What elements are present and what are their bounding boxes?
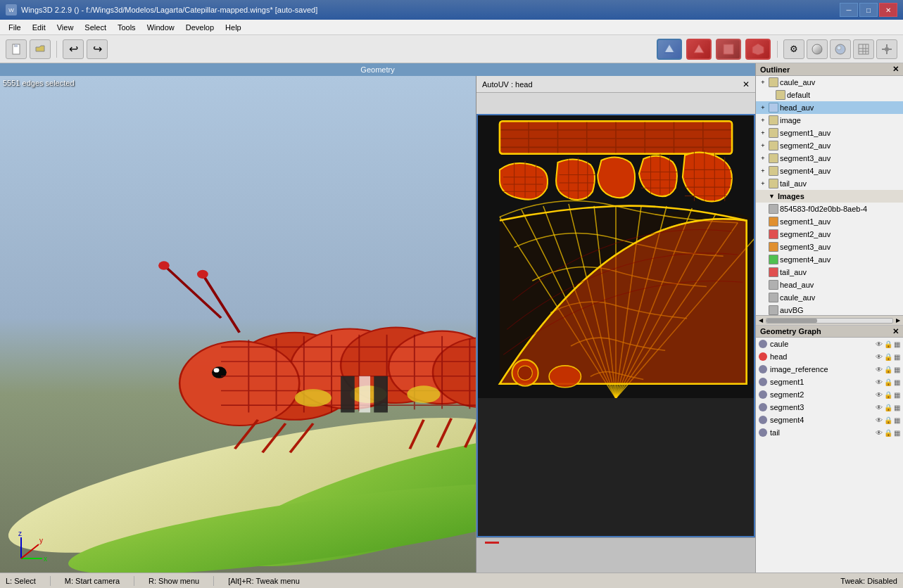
render-icon[interactable]: ▦ — [894, 366, 900, 373]
item-label: head_auv — [780, 103, 900, 112]
outliner-img-auvbg[interactable]: auvBG — [756, 304, 903, 315]
geo-graph-close-button[interactable]: ✕ — [892, 327, 899, 336]
eye-icon[interactable]: 👁 — [876, 429, 883, 437]
outliner-img-caule[interactable]: caule_auv — [756, 291, 903, 304]
open-file-button[interactable] — [30, 39, 51, 59]
outliner-header: Outliner ✕ — [756, 63, 903, 76]
outliner-item-segment2-auv[interactable]: + segment2_auv — [756, 139, 903, 152]
eye-icon[interactable]: 👁 — [876, 416, 883, 424]
perspective-view-button[interactable] — [745, 39, 771, 60]
geo-item-tail[interactable]: tail 👁 🔒 ▦ — [756, 426, 903, 439]
geo-item-label: segment4 — [770, 416, 876, 424]
outliner-img-segment3[interactable]: segment3_auv — [756, 241, 903, 253]
close-window-button[interactable]: ✕ — [879, 3, 897, 17]
redo-button[interactable]: ↪ — [87, 39, 108, 59]
menu-select[interactable]: Select — [79, 22, 112, 33]
eye-icon[interactable]: 👁 — [876, 391, 883, 399]
grid-button[interactable] — [853, 39, 874, 59]
outliner-item-segment3-auv[interactable]: + segment3_auv — [756, 152, 903, 165]
side-view-button[interactable] — [716, 39, 741, 60]
image-icon — [769, 217, 778, 226]
front-view-button[interactable] — [657, 39, 682, 60]
outliner-item-default[interactable]: default — [756, 89, 903, 101]
render-icon[interactable]: ▦ — [894, 353, 900, 361]
lock-icon[interactable]: 🔒 — [884, 416, 892, 424]
maximize-button[interactable]: □ — [859, 3, 878, 17]
menu-tools[interactable]: Tools — [112, 22, 141, 33]
3d-viewport[interactable]: Geometry 5551 edges selected — [0, 63, 755, 573]
render-icon[interactable]: ▦ — [894, 378, 900, 386]
settings-button[interactable]: ⚙ — [783, 39, 804, 59]
outliner-img-tail[interactable]: tail_auv — [756, 266, 903, 279]
outliner-img-segment1[interactable]: segment1_auv — [756, 215, 903, 228]
scroll-left-arrow[interactable]: ◀ — [759, 317, 763, 324]
geo-item-label: tail — [770, 428, 876, 437]
lock-icon[interactable]: 🔒 — [884, 404, 892, 411]
axis-indicator: x z y — [14, 530, 49, 565]
eye-icon[interactable]: 👁 — [876, 366, 883, 373]
uv-main — [476, 93, 755, 573]
lock-icon[interactable]: 🔒 — [884, 429, 892, 437]
uv-canvas-area[interactable] — [476, 114, 755, 537]
outliner-img-head[interactable]: head_auv — [756, 279, 903, 291]
svg-point-35 — [179, 341, 299, 426]
menu-bar: File Edit View Select Tools Window Devel… — [0, 20, 903, 35]
minimize-button[interactable]: ─ — [840, 3, 858, 17]
menu-help[interactable]: Help — [220, 22, 247, 33]
geo-item-label: caule — [770, 340, 876, 348]
render-icon[interactable]: ▦ — [894, 429, 900, 437]
outliner-item-tail-auv[interactable]: + tail_auv — [756, 177, 903, 190]
outliner-item-caule-auv[interactable]: + caule_auv — [756, 76, 903, 89]
title-bar-left: W Wings3D 2.2.9 () - f:/Wings3d/Modelos/… — [6, 4, 317, 15]
render-icon[interactable]: ▦ — [894, 391, 900, 399]
outliner-item-segment4-auv[interactable]: + segment4_auv — [756, 165, 903, 177]
outliner-close-button[interactable]: ✕ — [892, 65, 899, 74]
geo-item-segment3[interactable]: segment3 👁 🔒 ▦ — [756, 401, 903, 414]
outliner-scroll: ◀ ▶ — [756, 315, 903, 325]
render-icon[interactable]: ▦ — [894, 404, 900, 411]
render-icon[interactable]: ▦ — [894, 416, 900, 424]
outliner-item-head-auv[interactable]: + head_auv — [756, 101, 903, 114]
material-button[interactable] — [830, 39, 851, 59]
render-icon[interactable]: ▦ — [894, 340, 900, 348]
svg-text:x: x — [44, 555, 47, 563]
pivot-button[interactable] — [876, 39, 897, 59]
eye-icon[interactable]: 👁 — [876, 340, 883, 348]
status-separator — [50, 576, 51, 586]
geo-item-segment2[interactable]: segment2 👁 🔒 ▦ — [756, 388, 903, 401]
item-label: segment3_auv — [780, 243, 900, 251]
shading-button[interactable] — [807, 39, 828, 59]
outliner-item-segment1-auv[interactable]: + segment1_auv — [756, 127, 903, 139]
outliner-img-segment4[interactable]: segment4_auv — [756, 253, 903, 266]
outliner-item-854583[interactable]: 854583-f0d2e0bb-8aeb-4 — [756, 203, 903, 215]
geo-item-segment1[interactable]: segment1 👁 🔒 ▦ — [756, 376, 903, 388]
selection-view-button[interactable] — [686, 39, 712, 60]
lock-icon[interactable]: 🔒 — [884, 366, 892, 373]
geo-item-icons: 👁 🔒 ▦ — [876, 404, 900, 411]
outliner-img-segment2[interactable]: segment2_auv — [756, 228, 903, 241]
geo-item-head[interactable]: head 👁 🔒 ▦ — [756, 350, 903, 363]
geo-item-segment4[interactable]: segment4 👁 🔒 ▦ — [756, 414, 903, 426]
uv-close-button[interactable]: ✕ — [743, 79, 750, 89]
menu-edit[interactable]: Edit — [27, 22, 51, 33]
lock-icon[interactable]: 🔒 — [884, 391, 892, 399]
image-icon — [769, 242, 778, 252]
new-file-button[interactable] — [6, 39, 27, 59]
geo-item-image-reference[interactable]: image_reference 👁 🔒 ▦ — [756, 363, 903, 376]
lock-icon[interactable]: 🔒 — [884, 378, 892, 386]
scroll-track[interactable] — [766, 318, 893, 324]
eye-icon[interactable]: 👁 — [876, 353, 883, 361]
outliner-item-image[interactable]: + image — [756, 114, 903, 127]
svg-point-11 — [837, 46, 841, 50]
lock-icon[interactable]: 🔒 — [884, 340, 892, 348]
undo-button[interactable]: ↩ — [63, 39, 84, 59]
eye-icon[interactable]: 👁 — [876, 404, 883, 411]
menu-file[interactable]: File — [3, 22, 27, 33]
menu-develop[interactable]: Develop — [180, 22, 220, 33]
eye-icon[interactable]: 👁 — [876, 378, 883, 386]
lock-icon[interactable]: 🔒 — [884, 353, 892, 361]
menu-view[interactable]: View — [51, 22, 80, 33]
scroll-right-arrow[interactable]: ▶ — [896, 317, 900, 324]
geo-item-caule[interactable]: caule 👁 🔒 ▦ — [756, 338, 903, 350]
menu-window[interactable]: Window — [141, 22, 180, 33]
